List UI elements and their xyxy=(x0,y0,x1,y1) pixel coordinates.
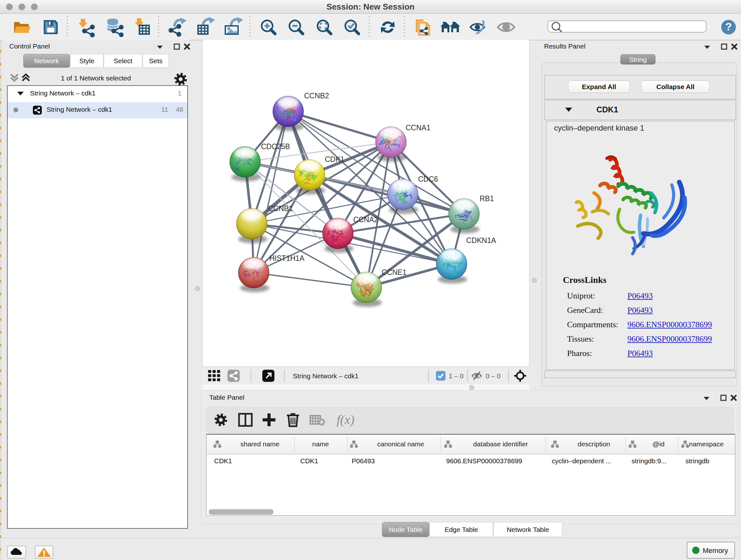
svg-text:CDK1: CDK1 xyxy=(325,155,344,164)
svg-text:HIST1H1A: HIST1H1A xyxy=(269,254,305,262)
svg-text:?: ? xyxy=(725,20,732,33)
svg-text:CDKN1A: CDKN1A xyxy=(466,236,496,245)
svg-text:String Network – cdk1: String Network – cdk1 xyxy=(293,372,358,380)
svg-text:0 – 0: 0 – 0 xyxy=(486,372,501,380)
svg-text:CCNE1: CCNE1 xyxy=(382,268,407,276)
svg-text:f(x): f(x) xyxy=(337,413,354,427)
svg-text:CDC6: CDC6 xyxy=(418,175,438,183)
svg-text:CCNA1: CCNA1 xyxy=(406,124,430,132)
svg-text:CCNA2: CCNA2 xyxy=(353,215,378,224)
svg-text:RB1: RB1 xyxy=(480,194,494,203)
svg-text:CCNB2: CCNB2 xyxy=(304,91,329,100)
svg-text:CDC25B: CDC25B xyxy=(261,142,290,151)
svg-text:1 – 0: 1 – 0 xyxy=(449,372,464,380)
svg-text:CCNB1: CCNB1 xyxy=(268,204,293,212)
